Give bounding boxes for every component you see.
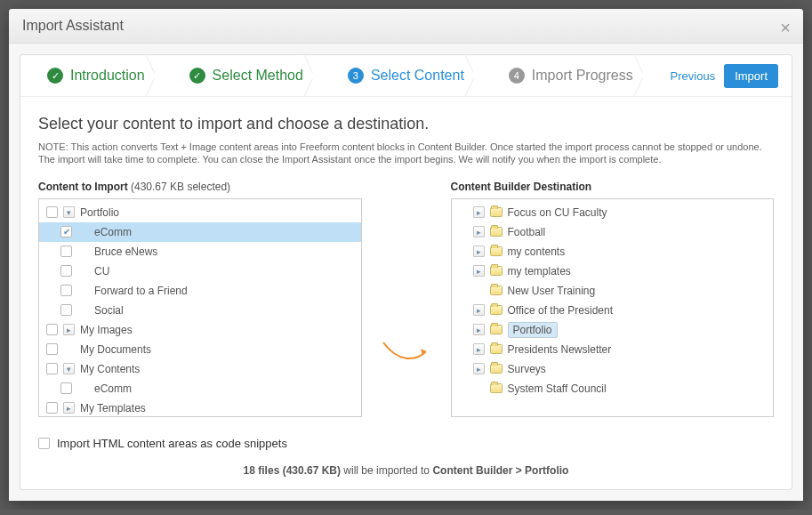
folder-icon bbox=[490, 286, 502, 295]
tree-item-label: New User Training bbox=[508, 285, 596, 297]
step-select-method[interactable]: ✓ Select Method bbox=[163, 55, 321, 96]
import-summary: 18 files (430.67 KB) will be imported to… bbox=[38, 459, 774, 477]
expand-icon[interactable]: ▸ bbox=[473, 226, 485, 237]
expand-icon[interactable]: ▸ bbox=[63, 324, 75, 335]
checkbox[interactable] bbox=[60, 226, 72, 237]
check-icon: ✓ bbox=[47, 68, 63, 84]
checkbox[interactable] bbox=[60, 285, 72, 296]
checkbox[interactable] bbox=[46, 206, 58, 218]
destination-tree[interactable]: ▸ Focus on CU Faculty ▸ Football ▸ bbox=[451, 198, 775, 417]
dest-item-surveys[interactable]: ▸ Surveys bbox=[452, 359, 774, 379]
folder-icon bbox=[490, 344, 502, 354]
tree-item-label: Portfolio bbox=[508, 322, 558, 338]
tree-item-label: System Staff Council bbox=[508, 382, 607, 395]
dest-item-focus[interactable]: ▸ Focus on CU Faculty bbox=[452, 203, 774, 222]
tree-item-bruce[interactable]: Bruce eNews bbox=[39, 242, 361, 262]
tree-item-cu[interactable]: CU bbox=[39, 262, 361, 281]
import-assistant-modal: Import Assistant × ✓ Introduction ✓ Sele… bbox=[9, 9, 803, 501]
arrow-column bbox=[380, 181, 433, 417]
arrow-icon bbox=[382, 339, 431, 366]
modal-header: Import Assistant × bbox=[9, 9, 803, 44]
dest-item-presidents[interactable]: ▸ Presidents Newsletter bbox=[452, 340, 774, 359]
tree-item-label: my templates bbox=[508, 265, 571, 278]
checkbox[interactable] bbox=[46, 324, 58, 335]
tree-item-portfolio[interactable]: ▾ Portfolio bbox=[39, 203, 361, 222]
step-select-content[interactable]: 3 Select Content bbox=[321, 55, 482, 96]
tree-item-label: Bruce eNews bbox=[94, 245, 157, 258]
step-number-icon: 4 bbox=[509, 68, 525, 84]
tree-item-label: eComm bbox=[94, 226, 132, 238]
checkbox[interactable] bbox=[60, 382, 72, 394]
tree-item-ecomm[interactable]: eComm bbox=[39, 222, 361, 242]
tree-item-my-documents[interactable]: My Documents bbox=[39, 340, 361, 359]
checkbox[interactable] bbox=[38, 438, 50, 449]
expand-icon[interactable]: ▸ bbox=[473, 304, 485, 316]
collapse-icon[interactable]: ▾ bbox=[63, 363, 75, 374]
collapse-icon[interactable]: ▾ bbox=[63, 206, 75, 218]
step-number-icon: 3 bbox=[348, 68, 364, 84]
tree-item-label: Forward to a Friend bbox=[94, 285, 188, 297]
expand-icon[interactable]: ▸ bbox=[473, 265, 485, 277]
checkbox[interactable] bbox=[46, 343, 58, 355]
tree-item-label: My Images bbox=[80, 324, 133, 336]
tree-item-social[interactable]: Social bbox=[39, 301, 361, 320]
page-heading: Select your content to import and choose… bbox=[38, 115, 774, 133]
step-import-progress: 4 Import Progress bbox=[482, 55, 651, 96]
step-introduction[interactable]: ✓ Introduction bbox=[20, 55, 163, 96]
size-note: (430.67 KB selected) bbox=[131, 181, 230, 193]
tree-item-label: Social bbox=[94, 304, 124, 317]
import-button[interactable]: Import bbox=[724, 64, 778, 88]
tree-item-label: My Templates bbox=[80, 402, 146, 414]
tree-item-label: Focus on CU Faculty bbox=[508, 206, 607, 219]
expand-icon[interactable]: ▸ bbox=[473, 363, 485, 374]
dest-item-staff[interactable]: System Staff Council bbox=[452, 379, 774, 398]
dest-item-new-user[interactable]: New User Training bbox=[452, 281, 774, 301]
folder-icon bbox=[490, 266, 502, 276]
dest-item-office[interactable]: ▸ Office of the President bbox=[452, 301, 774, 320]
expand-icon[interactable]: ▸ bbox=[473, 245, 485, 257]
previous-button[interactable]: Previous bbox=[671, 69, 716, 83]
check-icon: ✓ bbox=[189, 68, 205, 84]
expand-icon[interactable]: ▸ bbox=[63, 402, 75, 414]
expand-icon[interactable]: ▸ bbox=[473, 324, 485, 335]
expand-icon[interactable]: ▸ bbox=[473, 206, 485, 218]
content-area: Select your content to import and choose… bbox=[20, 97, 792, 489]
tree-item-my-contents[interactable]: ▾ My Contents bbox=[39, 359, 361, 379]
destination-column: Content Builder Destination ▸ Focus on C… bbox=[451, 181, 775, 417]
tree-item-label: Portfolio bbox=[80, 206, 119, 219]
checkbox[interactable] bbox=[60, 304, 72, 316]
dest-item-my-contents[interactable]: ▸ my contents bbox=[452, 242, 774, 262]
checkbox[interactable] bbox=[46, 402, 58, 414]
wizard-steps: ✓ Introduction ✓ Select Method 3 Select … bbox=[20, 55, 792, 97]
column-label: Content to Import (430.67 KB selected) bbox=[38, 181, 362, 193]
modal-body: ✓ Introduction ✓ Select Method 3 Select … bbox=[9, 44, 803, 501]
step-label: Select Content bbox=[371, 68, 464, 84]
dest-item-football[interactable]: ▸ Football bbox=[452, 222, 774, 242]
expand-icon[interactable]: ▸ bbox=[473, 343, 485, 355]
step-label: Introduction bbox=[70, 68, 145, 84]
checkbox[interactable] bbox=[60, 265, 72, 277]
import-html-option[interactable]: Import HTML content areas as code snippe… bbox=[38, 437, 774, 450]
tree-item-label: Football bbox=[508, 226, 546, 238]
folder-icon bbox=[490, 207, 502, 217]
folder-icon bbox=[490, 364, 502, 374]
dest-item-my-templates[interactable]: ▸ my templates bbox=[452, 262, 774, 281]
close-icon[interactable]: × bbox=[780, 18, 791, 38]
content-to-import-column: Content to Import (430.67 KB selected) ▾… bbox=[38, 181, 362, 417]
dest-item-portfolio[interactable]: ▸ Portfolio bbox=[452, 320, 774, 340]
source-tree[interactable]: ▾ Portfolio eComm Bruce bbox=[38, 198, 362, 417]
tree-item-label: Presidents Newsletter bbox=[508, 343, 612, 356]
tree-item-ecomm-2[interactable]: eComm bbox=[39, 379, 361, 398]
tree-item-label: My Contents bbox=[80, 363, 140, 375]
tree-item-label: My Documents bbox=[80, 343, 151, 356]
checkbox[interactable] bbox=[46, 363, 58, 374]
tree-item-my-templates[interactable]: ▸ My Templates bbox=[39, 398, 361, 417]
tree-item-forward[interactable]: Forward to a Friend bbox=[39, 281, 361, 301]
wizard-actions: Previous Import bbox=[671, 55, 792, 96]
tree-item-label: Surveys bbox=[508, 363, 546, 375]
tree-item-label: CU bbox=[94, 265, 109, 278]
tree-item-my-images[interactable]: ▸ My Images bbox=[39, 320, 361, 340]
card: ✓ Introduction ✓ Select Method 3 Select … bbox=[20, 54, 792, 490]
checkbox[interactable] bbox=[60, 245, 72, 257]
modal-title: Import Assistant bbox=[22, 18, 124, 33]
